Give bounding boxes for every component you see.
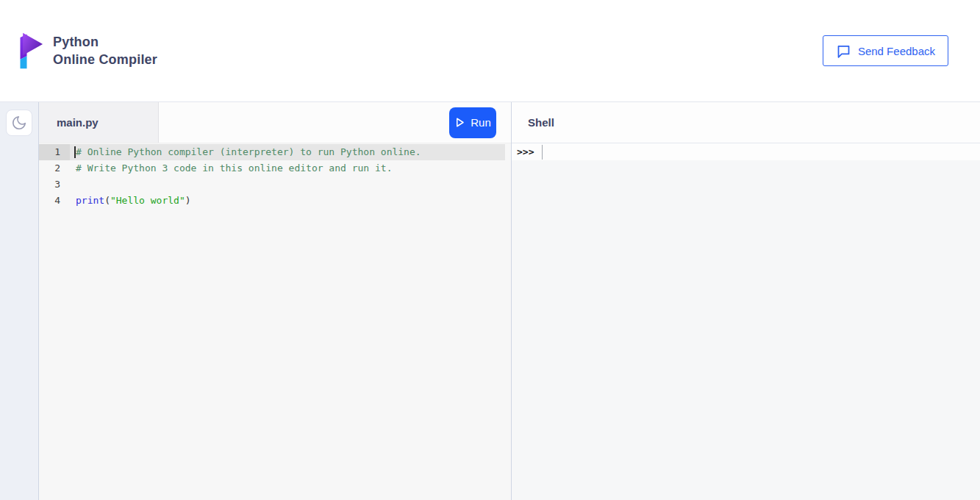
theme-toggle-button[interactable]: [6, 110, 32, 136]
line-number: 3: [39, 176, 70, 193]
editor-panel: main.py Run 1# Online Python compiler (i…: [39, 102, 512, 500]
line-content: print("Hello world"): [70, 193, 505, 209]
editor-cursor: [74, 146, 76, 158]
send-feedback-button[interactable]: Send Feedback: [823, 35, 948, 66]
play-icon: [454, 117, 465, 128]
app-header: Python Online Compiler Send Feedback: [0, 0, 980, 102]
shell-cursor: [542, 145, 543, 160]
shell-prompt-row[interactable]: >>>: [512, 143, 980, 160]
tab-main-py[interactable]: main.py: [39, 102, 159, 143]
code-line[interactable]: 3: [39, 176, 505, 193]
shell-title: Shell: [528, 116, 554, 129]
shell-panel: Shell >>>: [512, 102, 980, 500]
editor-toolbar: main.py Run: [39, 102, 511, 143]
workspace: main.py Run 1# Online Python compiler (i…: [0, 102, 980, 500]
logo-title-line2: Online Compiler: [53, 51, 157, 68]
line-content: [70, 176, 505, 193]
code-line[interactable]: 1# Online Python compiler (interpreter) …: [39, 144, 505, 160]
sidebar: [0, 102, 39, 500]
code-line[interactable]: 4print("Hello world"): [39, 193, 505, 209]
moon-icon: [11, 115, 27, 131]
line-number: 1: [39, 144, 70, 160]
shell-header: Shell: [512, 102, 980, 143]
logo-title-line1: Python: [53, 33, 157, 51]
shell-prompt: >>>: [517, 146, 534, 157]
line-number: 2: [39, 160, 70, 176]
logo-title: Python Online Compiler: [53, 33, 157, 68]
code-line[interactable]: 2# Write Python 3 code in this online ed…: [39, 160, 505, 176]
line-content: # Online Python compiler (interpreter) t…: [70, 144, 505, 160]
shell-output[interactable]: >>>: [512, 143, 980, 500]
code-lines: 1# Online Python compiler (interpreter) …: [39, 144, 505, 209]
line-number: 4: [39, 193, 70, 209]
python-compiler-logo-icon: [17, 32, 43, 69]
run-button[interactable]: Run: [449, 107, 496, 138]
chat-bubble-icon: [836, 43, 851, 59]
code-editor[interactable]: 1# Online Python compiler (interpreter) …: [39, 143, 511, 500]
app-logo[interactable]: Python Online Compiler: [17, 32, 157, 69]
send-feedback-label: Send Feedback: [858, 45, 935, 57]
line-content: # Write Python 3 code in this online edi…: [70, 160, 505, 176]
run-button-label: Run: [471, 116, 491, 129]
